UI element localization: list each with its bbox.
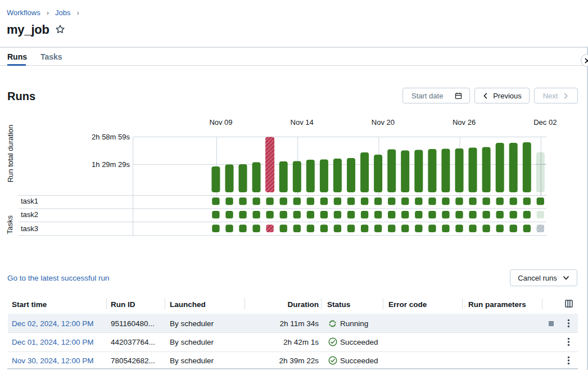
svg-text:Tasks: Tasks	[6, 215, 14, 234]
svg-text:Nov 14: Nov 14	[291, 118, 314, 127]
svg-text:Nov 26: Nov 26	[453, 118, 476, 127]
svg-text:Dec 02: Dec 02	[533, 118, 557, 127]
svg-text:task3: task3	[21, 224, 38, 233]
svg-text:Nov 20: Nov 20	[372, 118, 395, 127]
svg-text:Run total duration: Run total duration	[6, 125, 15, 183]
svg-text:task1: task1	[21, 197, 38, 205]
svg-text:1h 29m 29s: 1h 29m 29s	[92, 160, 130, 169]
svg-text:Nov 09: Nov 09	[209, 118, 232, 127]
svg-text:task2: task2	[21, 210, 38, 219]
svg-text:2h 58m 59s: 2h 58m 59s	[92, 133, 130, 141]
